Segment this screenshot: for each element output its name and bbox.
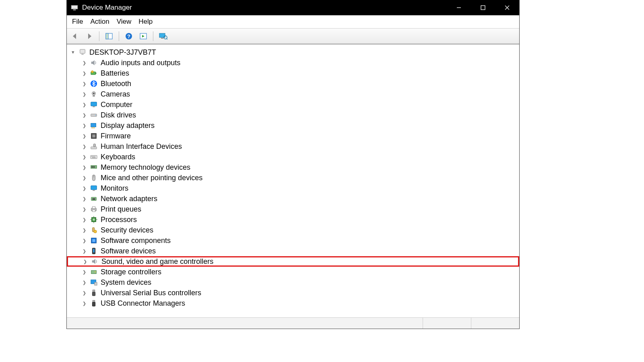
tree-category-node[interactable]: ❯Keyboards	[67, 152, 519, 162]
tree-root-node[interactable]: ▾DESKTOP-3J7VB7T	[67, 47, 519, 58]
maximize-button[interactable]	[471, 0, 495, 15]
titlebar-left: Device Manager	[71, 4, 132, 12]
minimize-button[interactable]	[447, 0, 471, 15]
tree-category-node[interactable]: ❯Print queues	[67, 204, 519, 214]
menu-view[interactable]: View	[117, 18, 132, 26]
chevron-right-icon[interactable]: ❯	[80, 89, 88, 99]
svg-rect-53	[92, 207, 95, 209]
tree-category-label: Monitors	[101, 183, 128, 193]
tree-category-node[interactable]: ❯Software components	[67, 235, 519, 246]
tree-category-node[interactable]: ❯Cameras	[67, 89, 519, 99]
tree-category-node[interactable]: ❯Batteries	[67, 68, 519, 78]
chevron-right-icon[interactable]: ❯	[80, 246, 88, 256]
tree-category-node[interactable]: ❯Firmware	[67, 131, 519, 141]
svg-point-21	[91, 71, 93, 73]
tree-category-label: System devices	[101, 277, 151, 288]
chevron-right-icon[interactable]: ❯	[80, 110, 88, 120]
toolbar: ?	[67, 29, 519, 45]
chevron-right-icon[interactable]: ❯	[80, 162, 88, 173]
tree-category-label: Display adapters	[101, 120, 155, 131]
chevron-right-icon[interactable]: ❯	[80, 298, 88, 309]
chevron-right-icon[interactable]: ❯	[80, 120, 88, 131]
chevron-right-icon[interactable]: ❯	[80, 99, 88, 110]
svg-rect-66	[93, 249, 95, 253]
scan-hardware-button[interactable]	[157, 31, 169, 42]
chevron-right-icon[interactable]: ❯	[80, 141, 88, 152]
tree-category-node[interactable]: ❯Software devices	[67, 246, 519, 256]
tree-category-node[interactable]: ❯Mice and other pointing devices	[67, 173, 519, 183]
forward-button[interactable]	[84, 31, 95, 42]
chevron-right-icon[interactable]: ❯	[80, 173, 88, 183]
svg-point-24	[93, 93, 95, 94]
show-hide-tree-button[interactable]	[103, 31, 115, 42]
help-button[interactable]: ?	[123, 31, 134, 42]
toolbar-separator	[119, 31, 119, 41]
chevron-down-icon[interactable]: ▾	[69, 47, 76, 58]
tree-category-label: Human Interface Devices	[101, 141, 182, 152]
tree-category-node[interactable]: ❯Audio inputs and outputs	[67, 58, 519, 68]
chevron-right-icon[interactable]: ❯	[80, 78, 88, 89]
tree-category-node[interactable]: ❯System devices	[67, 277, 519, 288]
chevron-right-icon[interactable]: ❯	[80, 288, 88, 298]
menu-help[interactable]: Help	[138, 18, 153, 26]
tree-category-node[interactable]: ❯Memory technology devices	[67, 162, 519, 173]
tree-category-node[interactable]: ❯Sound, video and game controllers	[67, 256, 519, 267]
tree-category-label: Audio inputs and outputs	[101, 58, 180, 68]
memory-icon	[89, 163, 98, 172]
tree-category-node[interactable]: ❯Human Interface Devices	[67, 141, 519, 152]
chevron-right-icon[interactable]: ❯	[80, 235, 88, 246]
svg-rect-13	[161, 38, 163, 39]
chevron-right-icon[interactable]: ❯	[80, 58, 88, 68]
tree-category-label: Firmware	[101, 131, 131, 141]
security-icon	[89, 226, 98, 234]
tree-category-label: Batteries	[101, 68, 129, 78]
tree-category-label: Bluetooth	[101, 78, 131, 89]
svg-rect-71	[95, 282, 97, 285]
chevron-right-icon[interactable]: ❯	[81, 256, 89, 267]
properties-button[interactable]	[138, 31, 149, 42]
tree-category-label: Universal Serial Bus controllers	[101, 288, 201, 298]
tree-category-node[interactable]: ❯Processors	[67, 214, 519, 225]
svg-rect-35	[91, 147, 97, 149]
system-icon	[89, 278, 98, 287]
tree-category-node[interactable]: ❯Monitors	[67, 183, 519, 193]
tree-category-node[interactable]: ❯Computer	[67, 99, 519, 110]
back-button[interactable]	[69, 31, 80, 42]
tree-category-node[interactable]: ❯Security devices	[67, 225, 519, 235]
svg-rect-39	[92, 156, 93, 157]
tree-category-label: Security devices	[101, 225, 153, 235]
status-cell	[423, 318, 471, 329]
svg-rect-45	[93, 166, 95, 168]
tree-category-node[interactable]: ❯Storage controllers	[67, 267, 519, 277]
svg-rect-48	[91, 186, 97, 190]
toolbar-separator	[99, 31, 99, 41]
chevron-right-icon[interactable]: ❯	[80, 183, 88, 193]
svg-rect-17	[81, 54, 83, 55]
disk-icon	[89, 111, 98, 119]
chevron-right-icon[interactable]: ❯	[80, 131, 88, 141]
svg-rect-72	[93, 290, 95, 292]
chevron-right-icon[interactable]: ❯	[80, 68, 88, 78]
chevron-right-icon[interactable]: ❯	[80, 204, 88, 214]
device-tree[interactable]: ▾DESKTOP-3J7VB7T❯Audio inputs and output…	[67, 45, 519, 317]
close-button[interactable]	[495, 0, 519, 15]
chevron-right-icon[interactable]: ❯	[80, 225, 88, 235]
svg-rect-16	[80, 49, 85, 53]
tree-category-node[interactable]: ❯Network adapters	[67, 193, 519, 204]
tree-category-node[interactable]: ❯Bluetooth	[67, 78, 519, 89]
chevron-right-icon[interactable]: ❯	[80, 152, 88, 162]
computer-icon	[78, 48, 87, 57]
tree-category-node[interactable]: ❯USB Connector Managers	[67, 298, 519, 309]
chevron-right-icon[interactable]: ❯	[80, 277, 88, 288]
tree-category-node[interactable]: ❯Disk drives	[67, 110, 519, 120]
tree-category-node[interactable]: ❯Display adapters	[67, 120, 519, 131]
chevron-right-icon[interactable]: ❯	[80, 267, 88, 277]
svg-rect-51	[92, 198, 95, 200]
chevron-right-icon[interactable]: ❯	[80, 193, 88, 204]
firmware-icon	[89, 132, 98, 140]
chevron-right-icon[interactable]: ❯	[80, 214, 88, 225]
menu-action[interactable]: Action	[90, 18, 109, 26]
menu-file[interactable]: File	[72, 18, 83, 26]
svg-rect-1	[73, 10, 76, 10]
tree-category-node[interactable]: ❯Universal Serial Bus controllers	[67, 288, 519, 298]
